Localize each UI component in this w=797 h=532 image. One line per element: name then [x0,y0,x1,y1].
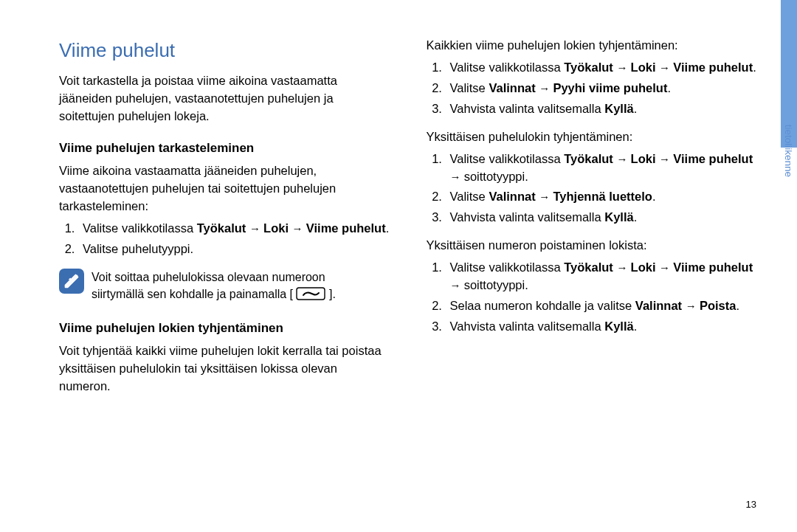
document-page: Viime puhelut Voit tarkastella ja poista… [0,0,797,532]
list-item: Vahvista valinta valitsemalla Kyllä. [446,100,757,118]
steps-list-a: Valitse valikkotilassa Työkalut → Loki →… [59,220,390,258]
arrow-icon: → [659,61,673,74]
paragraph-b: Yksittäisen puhelulokin tyhjentäminen: [427,128,757,146]
arrow-icon: → [249,222,263,235]
paragraph-intro: Kaikkien viime puhelujen lokien tyhjentä… [427,37,757,55]
arrow-icon: → [616,153,630,165]
page-number: 13 [746,499,756,510]
steps-list-r2: Valitse valikkotilassa Työkalut → Loki →… [427,151,757,227]
arrow-icon: → [616,61,630,74]
step-text: Valitse valikkotilassa [450,61,565,74]
step-text: Valitse [450,190,489,203]
note-line1: Voit soittaa puhelulokissa olevaan numer… [92,271,325,283]
bold: Poista [700,299,736,312]
list-item: Vahvista valinta valitsemalla Kyllä. [446,209,757,227]
heading-2b: Viime puhelujen lokien tyhjentäminen [59,319,390,338]
list-item: Valitse valikkotilassa Työkalut → Loki →… [446,59,757,77]
bold: Valinnat [489,81,535,94]
steps-list-r1: Valitse valikkotilassa Työkalut → Loki →… [427,59,757,118]
list-item: Valitse puhelutyyppi. [78,241,390,258]
arrow-icon: → [292,222,306,235]
bold: Loki [631,61,656,74]
list-item: Valitse valikkotilassa Työkalut → Loki →… [446,259,757,294]
list-item: Valitse valikkotilassa Työkalut → Loki →… [78,220,390,238]
arrow-icon: → [539,190,553,203]
bold: Työkalut [564,260,613,274]
bold: Loki [631,152,656,165]
bold: Viime puhelut [673,260,753,274]
bold: Loki [631,260,656,274]
right-column: Kaikkien viime puhelujen lokien tyhjentä… [427,37,757,502]
intro-paragraph: Voit tarkastella ja poistaa viime aikoin… [59,72,390,125]
step-text: Vahvista valinta valitsemalla [450,210,605,224]
bold: Valinnat [489,190,535,203]
arrow-icon: → [659,261,673,274]
step-text: Selaa numeron kohdalle ja valitse [450,299,635,312]
list-item: Valitse Valinnat → Tyhjennä luettelo. [446,188,757,206]
arrow-icon: → [659,153,673,165]
step-text: Vahvista valinta valitsemalla [450,319,605,333]
bold: Työkalut [564,61,613,74]
phone-key-icon [296,287,325,305]
list-item: Valitse valikkotilassa Työkalut → Loki →… [446,151,757,186]
heading-2a: Viime puhelujen tarkasteleminen [59,139,390,158]
note-line2a: siirtymällä sen kohdalle ja painamalla [ [92,288,293,300]
steps-list-r3: Valitse valikkotilassa Työkalut → Loki →… [427,259,757,336]
note-icon [59,269,84,294]
tab-label: tietoliikenne [783,125,794,177]
paragraph-b: Voit tyhjentää kaikki viime puhelujen lo… [59,342,390,395]
arrow-icon: → [539,82,553,94]
step-text: Vahvista valinta valitsemalla [450,102,605,115]
bold: Kyllä [604,102,633,115]
bold: Loki [263,221,289,235]
step-text: Valitse valikkotilassa [450,260,565,274]
arrow-icon: → [616,261,630,274]
text: soittotyyppi. [464,278,528,291]
paragraph-a: Viime aikoina vastaamatta jääneiden puhe… [59,162,390,215]
side-tab: tietoliikenne [775,0,797,532]
note-line2b: ]. [329,288,336,300]
bold: Pyyhi viime puhelut [553,81,667,94]
arrow-icon: → [450,279,464,291]
bold: Viime puhelut [306,221,386,235]
step-text: Valitse [450,81,489,94]
bold: Valinnat [635,299,682,312]
text: soittotyyppi. [464,170,528,183]
list-item: Vahvista valinta valitsemalla Kyllä. [446,318,757,336]
bold: Kyllä [604,210,633,224]
bold: Viime puhelut [673,152,753,165]
bold: Kyllä [604,319,633,333]
paragraph-c: Yksittäisen numeron poistaminen lokista: [427,237,757,255]
arrow-icon: → [450,170,464,183]
list-item: Valitse Valinnat → Pyyhi viime puhelut. [446,80,757,97]
note-block: Voit soittaa puhelulokissa olevaan numer… [59,269,390,305]
step-text: Valitse valikkotilassa [83,221,197,235]
bold: Työkalut [564,152,613,165]
heading-1: Viime puhelut [59,37,390,65]
left-column: Viime puhelut Voit tarkastella ja poista… [59,37,390,502]
note-text: Voit soittaa puhelulokissa olevaan numer… [92,269,336,305]
bold: Tyhjennä luettelo [553,190,652,203]
step-text: Valitse valikkotilassa [450,152,565,165]
bold: Viime puhelut [673,61,753,74]
bold: Työkalut [197,221,246,235]
list-item: Selaa numeron kohdalle ja valitse Valinn… [446,297,757,315]
arrow-icon: → [686,300,700,312]
